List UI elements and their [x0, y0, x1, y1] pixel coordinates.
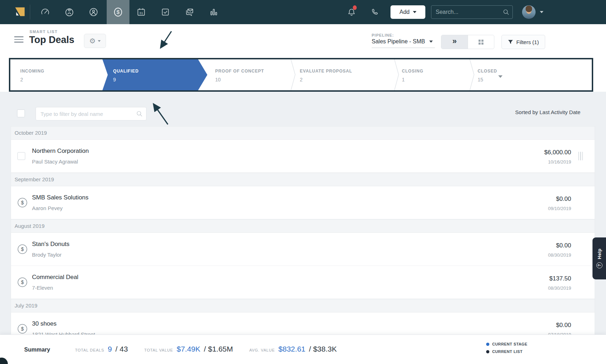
grid-icon: [478, 39, 484, 46]
deal-filter: [36, 107, 147, 121]
deal-date: 08/30/2019: [548, 252, 571, 258]
nav-deals[interactable]: $: [107, 0, 129, 24]
nav-leads[interactable]: [58, 0, 81, 24]
help-question-icon: ?: [596, 262, 602, 268]
filters-button[interactable]: Filters (1): [501, 35, 545, 49]
svg-text:$: $: [21, 246, 24, 252]
closed-stage-caret-icon[interactable]: [498, 75, 503, 78]
nutshell-logo: [14, 6, 26, 18]
month-group-header: September 2019: [11, 173, 595, 186]
pipeline-selector-value: Sales Pipeline - SMB: [372, 38, 425, 45]
select-all-checkbox[interactable]: [17, 109, 25, 117]
pipeline-stage-closing[interactable]: CLOSING1: [402, 69, 423, 82]
avatar-caret-icon[interactable]: [540, 11, 543, 13]
pipeline-stage-incoming[interactable]: INCOMING2: [20, 69, 44, 82]
deals-dollar-icon: $: [113, 7, 123, 17]
user-avatar[interactable]: [522, 5, 536, 19]
month-group-header: August 2019: [11, 219, 595, 233]
page-header: SMART LIST Top Deals ⚙ PIPELINE: Sales P…: [0, 24, 606, 58]
pipeline-stage-evaluate-proposal[interactable]: EVALUATE PROPOSAL2: [300, 69, 352, 82]
pipeline-stage-closed[interactable]: CLOSED15: [478, 69, 497, 82]
svg-text:31: 31: [139, 11, 143, 15]
messages-chat-icon: [185, 7, 195, 17]
reports-bar-chart-icon: [209, 7, 219, 17]
deal-name[interactable]: 30 shoes: [32, 320, 57, 327]
deal-contact: Aaron Pevey: [32, 205, 63, 211]
contacts-person-icon: [89, 7, 99, 17]
nav-reports[interactable]: [202, 0, 225, 24]
deal-contact: Paul Stacy Agrawal: [32, 159, 78, 165]
summary-title: Summary: [24, 347, 50, 353]
search-input[interactable]: [431, 5, 513, 19]
nav-tasks[interactable]: [154, 0, 177, 24]
deal-value: $6,000.00: [544, 149, 571, 156]
summary-bar: Summary TOTAL DEALS9/ 43TOTAL VALUE$7.49…: [0, 334, 606, 364]
funnel-icon: [508, 39, 513, 44]
deal-row[interactable]: $SMB Sales SolutionsAaron Pevey$0.0009/1…: [11, 186, 595, 219]
list-menu-icon[interactable]: [14, 36, 23, 44]
deal-name[interactable]: Commercial Deal: [32, 274, 78, 281]
deal-value: $0.00: [556, 322, 571, 329]
nav-calendar[interactable]: 31: [130, 0, 153, 24]
legend-dot-icon: [486, 350, 489, 353]
nav-contacts[interactable]: [82, 0, 105, 24]
drag-handle-icon[interactable]: [578, 152, 583, 160]
summary-stat: TOTAL VALUE$7.49K/ $1.65M: [144, 345, 233, 353]
stage-divider: [469, 59, 475, 90]
deal-date: 10/16/2019: [548, 159, 571, 165]
deal-contact: 7-Eleven: [32, 285, 53, 291]
deal-name[interactable]: Stan's Donuts: [32, 241, 69, 248]
month-group-header: July 2019: [11, 299, 595, 312]
legend-label: CURRENT STAGE: [492, 342, 527, 346]
svg-text:$: $: [21, 326, 24, 332]
row-checkbox[interactable]: [17, 152, 25, 160]
list-view-toggle[interactable]: »: [441, 35, 468, 49]
add-button-label: Add: [399, 9, 409, 15]
dashboard-gauge-icon: [40, 7, 50, 17]
deal-date: 08/30/2019: [548, 285, 571, 291]
gear-caret-icon: [98, 40, 101, 42]
gear-icon: ⚙: [89, 37, 96, 44]
nutshell-logo-icon[interactable]: [10, 0, 30, 24]
help-tab[interactable]: ? Help: [592, 237, 606, 279]
legend-label: CURRENT LIST: [492, 349, 522, 354]
deal-row[interactable]: $Stan's DonutsBrody Taylor$0.0008/30/201…: [11, 233, 595, 266]
nav-messages[interactable]: [178, 0, 201, 24]
pipeline-caret-icon: [429, 41, 433, 43]
summary-stat: AVG. VALUE$832.61/ $38.3K: [249, 345, 337, 353]
pipeline-stage-proof-of-concept[interactable]: PROOF OF CONCEPT10: [215, 69, 264, 82]
deal-row[interactable]: $Commercial Deal7-Eleven$137.5008/30/201…: [11, 266, 595, 299]
nav-dashboard[interactable]: [34, 0, 57, 24]
add-caret-icon: [413, 11, 416, 13]
summary-legend: CURRENT STAGECURRENT LIST: [486, 342, 527, 357]
list-settings-button[interactable]: ⚙: [84, 34, 106, 48]
board-view-toggle[interactable]: [468, 35, 494, 49]
deal-dollar-icon: $: [17, 198, 27, 209]
deal-contact: Brody Taylor: [32, 252, 62, 258]
filters-button-label: Filters (1): [516, 39, 539, 45]
phone-icon: [371, 7, 380, 17]
pipeline-selector[interactable]: Sales Pipeline - SMB: [372, 38, 435, 48]
deal-name[interactable]: Northern Corporation: [32, 148, 89, 155]
pipeline-stage-qualified[interactable]: QUALIFIED9: [113, 69, 139, 82]
deal-list: October 2019Northern CorporationPaul Sta…: [11, 126, 595, 364]
page-title: Top Deals: [29, 34, 74, 46]
nav-notifications[interactable]: [340, 0, 363, 24]
summary-stat: TOTAL DEALS9/ 43: [75, 345, 128, 353]
smart-list-label: SMART LIST: [30, 30, 58, 34]
svg-text:$: $: [21, 279, 24, 285]
stage-divider: [291, 59, 296, 90]
deal-name[interactable]: SMB Sales Solutions: [32, 194, 89, 201]
pipeline-label: PIPELINE:: [372, 33, 394, 37]
nav-phone[interactable]: [364, 0, 387, 24]
deal-value: $0.00: [556, 196, 571, 203]
top-nav-bar: $ 31: [0, 0, 606, 24]
add-button[interactable]: Add: [390, 5, 425, 19]
view-toggle: »: [441, 35, 494, 49]
calendar-icon: 31: [136, 7, 146, 17]
deal-filter-input[interactable]: [36, 107, 147, 121]
svg-text:$: $: [21, 200, 24, 205]
tasks-check-icon: [160, 7, 170, 17]
deal-row[interactable]: Northern CorporationPaul Stacy Agrawal$6…: [11, 140, 595, 173]
list-toolbar: Sorted by Last Activity Date: [0, 92, 606, 126]
